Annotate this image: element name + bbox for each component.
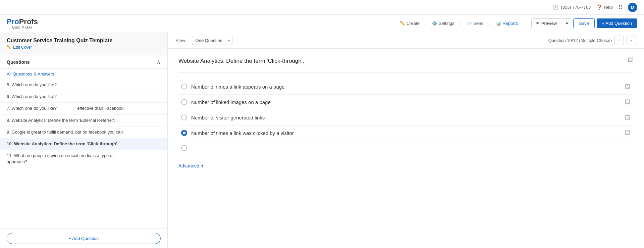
question-divider bbox=[178, 72, 633, 72]
edit-cover-link[interactable]: ✏️ Edit Cover bbox=[7, 45, 161, 50]
view-select-container: One Question All Questions ▾ bbox=[192, 36, 232, 45]
question-num: 5. bbox=[7, 82, 11, 87]
logo-pro: Pro bbox=[7, 17, 19, 26]
preview-dropdown-button[interactable]: ▾ bbox=[563, 18, 571, 28]
advanced-label: Advanced bbox=[178, 163, 199, 168]
topbar: 🕐 (855) 776-7763 ❓ Help ⠿ D bbox=[0, 0, 644, 15]
questions-section: Questions ∧ All Questions & Answers 5. W… bbox=[0, 55, 167, 229]
logo-subtitle: Quiz Maker bbox=[7, 26, 38, 29]
radio-empty[interactable] bbox=[181, 145, 187, 151]
eye-icon: 👁 bbox=[536, 21, 540, 26]
question-num: 11. bbox=[7, 153, 14, 158]
radio-2[interactable] bbox=[181, 99, 187, 105]
all-questions-link[interactable]: All Questions & Answers bbox=[0, 69, 167, 79]
radio-1[interactable] bbox=[181, 84, 187, 90]
logo[interactable]: Pro Profs Quiz Maker bbox=[7, 17, 38, 29]
question-counter: Question 10/12 (Multiple Choice) ‹ › bbox=[548, 36, 636, 45]
sidebar-footer: + Add Question bbox=[0, 229, 167, 248]
nav-actions: ✏️ Create › ⚙️ Settings › 📨 Send › 📊 Rep… bbox=[397, 18, 637, 28]
question-image-icon[interactable]: 🖼 bbox=[627, 57, 633, 64]
preview-button[interactable]: 👁 Preview bbox=[531, 18, 561, 28]
radio-4[interactable] bbox=[181, 130, 187, 136]
settings-icon: ⚙️ bbox=[432, 21, 437, 26]
answer-text-2: Number of linked images on a page bbox=[191, 99, 621, 105]
sidebar-header: Customer Service Training Quiz Template … bbox=[0, 32, 167, 55]
chevron-down-advanced-icon: ▾ bbox=[201, 163, 203, 168]
collapse-icon: ∧ bbox=[157, 59, 161, 65]
questions-list: All Questions & Answers 5. Which one do … bbox=[0, 69, 167, 229]
phone-info: 🕐 (855) 776-7763 bbox=[552, 4, 591, 10]
help-icon: ❓ bbox=[596, 4, 602, 10]
pencil-icon: ✏️ bbox=[400, 21, 405, 26]
user-avatar[interactable]: D bbox=[628, 3, 637, 12]
answer-option-4[interactable]: Number of times a link was clicked by a … bbox=[178, 126, 633, 141]
answer-option-1[interactable]: Number of times a link appears on a page… bbox=[178, 79, 633, 95]
nav-create[interactable]: ✏️ Create bbox=[397, 19, 422, 28]
save-button[interactable]: Save bbox=[573, 18, 595, 28]
answer-image-icon-1[interactable]: 🖼 bbox=[625, 83, 631, 90]
send-icon: 📨 bbox=[467, 21, 472, 26]
quiz-title: Customer Service Training Quiz Template bbox=[7, 38, 161, 44]
question-item[interactable]: 8. Website Analytics: Define the term 'E… bbox=[0, 115, 167, 127]
phone-icon: 🕐 bbox=[552, 4, 559, 10]
content-toolbar: View: One Question All Questions ▾ Quest… bbox=[168, 32, 644, 49]
answer-image-icon-4[interactable]: 🖼 bbox=[625, 130, 631, 137]
question-num: 7. bbox=[7, 106, 11, 111]
answer-option-2[interactable]: Number of linked images on a page 🖼 bbox=[178, 95, 633, 110]
content-area: View: One Question All Questions ▾ Quest… bbox=[168, 32, 644, 248]
reports-icon: 📊 bbox=[496, 21, 501, 26]
help-label: Help bbox=[604, 5, 613, 10]
content-body: Website Analytics: Define the term 'Clic… bbox=[168, 49, 644, 177]
help-link[interactable]: ❓ Help bbox=[596, 4, 613, 10]
nav-sep-1: › bbox=[425, 21, 427, 26]
answer-option-3[interactable]: Number of visitor generated links 🖼 bbox=[178, 110, 633, 126]
empty-option[interactable] bbox=[178, 141, 633, 155]
question-text: Website Analytics: Define the term 'Clic… bbox=[178, 57, 304, 65]
nav-send[interactable]: 📨 Send bbox=[464, 19, 486, 28]
answer-text-3: Number of visitor generated links bbox=[191, 115, 621, 120]
nav-sep-2: › bbox=[460, 21, 462, 26]
view-select[interactable]: One Question All Questions bbox=[192, 36, 232, 45]
add-question-sidebar-button[interactable]: + Add Question bbox=[7, 233, 161, 244]
add-question-button[interactable]: + Add Question bbox=[597, 18, 637, 28]
sidebar: Customer Service Training Quiz Template … bbox=[0, 32, 168, 248]
question-num: 10. Website Analytics: Define the term '… bbox=[7, 141, 118, 146]
question-item[interactable]: 6. Which one do you like? bbox=[0, 91, 167, 103]
counter-text: Question 10/12 (Multiple Choice) bbox=[548, 38, 612, 43]
radio-3[interactable] bbox=[181, 114, 187, 120]
nav-reports[interactable]: 📊 Reports bbox=[493, 19, 521, 28]
nav-settings[interactable]: ⚙️ Settings bbox=[429, 19, 457, 28]
main-layout: Customer Service Training Quiz Template … bbox=[0, 32, 644, 248]
question-item[interactable]: 5. Which one do you like? bbox=[0, 79, 167, 91]
questions-label: Questions bbox=[7, 59, 30, 65]
navbar: Pro Profs Quiz Maker ✏️ Create › ⚙️ Sett… bbox=[0, 15, 644, 32]
question-item[interactable]: 9. Google is great to fulfill demand, bu… bbox=[0, 127, 167, 138]
answer-image-icon-3[interactable]: 🖼 bbox=[625, 114, 631, 121]
apps-icon[interactable]: ⠿ bbox=[618, 4, 623, 11]
next-question-button[interactable]: › bbox=[627, 36, 636, 45]
question-item-active[interactable]: 10. Website Analytics: Define the term '… bbox=[0, 138, 167, 150]
question-num: 9. bbox=[7, 130, 11, 135]
answer-text-1: Number of times a link appears on a page bbox=[191, 84, 621, 90]
prev-question-button[interactable]: ‹ bbox=[614, 36, 624, 45]
nav-sep-3: › bbox=[489, 21, 491, 26]
answer-image-icon-2[interactable]: 🖼 bbox=[625, 99, 631, 106]
question-num: 6. bbox=[7, 94, 11, 99]
pencil-small-icon: ✏️ bbox=[7, 45, 12, 50]
question-item[interactable]: 7. Which one do you like? effective than… bbox=[0, 103, 167, 114]
logo-profs: Profs bbox=[19, 17, 38, 26]
phone-number: (855) 776-7763 bbox=[561, 5, 591, 10]
view-label: View: bbox=[176, 38, 186, 43]
question-num: 8. bbox=[7, 118, 11, 123]
advanced-section[interactable]: Advanced ▾ bbox=[178, 163, 633, 168]
question-item[interactable]: 11. What are people saying on social med… bbox=[0, 150, 167, 168]
questions-header[interactable]: Questions ∧ bbox=[0, 55, 167, 69]
answer-text-4: Number of times a link was clicked by a … bbox=[191, 130, 621, 136]
